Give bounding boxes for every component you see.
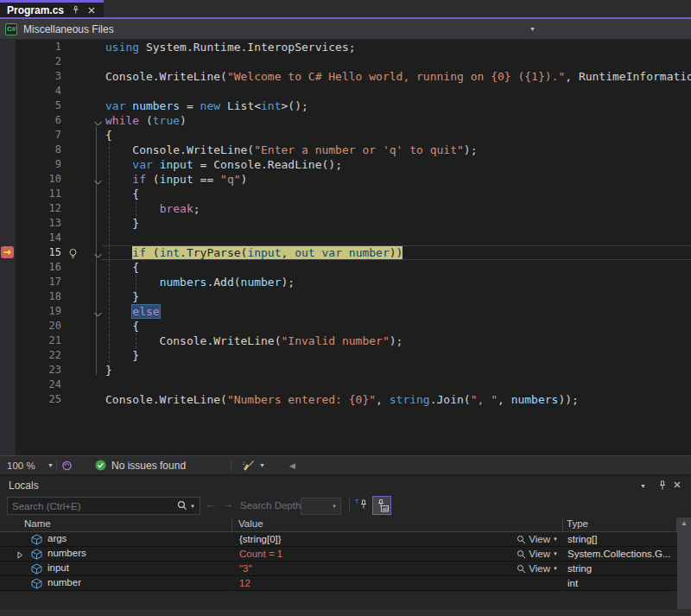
code-line[interactable]: 10 if (input == "q") [0,172,691,187]
code-line[interactable]: 13 } [0,216,691,231]
line-number: 12 [0,201,66,216]
csharp-file-icon: C# [5,23,17,35]
line-number: 23 [0,363,66,378]
line-number: 7 [0,128,66,143]
variable-name: args [48,533,67,543]
code-line[interactable]: 5var numbers = new List<int>(); [0,98,691,113]
variable-value: 12 [239,578,250,588]
search-depth-combo[interactable]: ▼ [301,498,341,515]
variable-value: {string[0]} [239,534,282,544]
code-line[interactable]: 7{ [0,128,691,143]
line-number: 11 [0,187,66,201]
search-icon [177,500,187,512]
code-line[interactable]: 3Console.WriteLine("Welcome to C# Hello … [0,69,691,84]
table-row[interactable]: numbersCount = 1View▼System.Collections.… [0,547,691,562]
code-line[interactable]: 18 } [0,289,691,304]
expander-icon[interactable] [16,550,23,561]
line-number: 5 [0,98,66,113]
locals-panel: Locals ▼ ▼ ← → Search Depth: ▼ T ab Name… [0,476,691,616]
code-suggestions-icon[interactable] [61,456,73,474]
code-line[interactable]: 19 else [0,304,691,319]
view-value-button[interactable]: View▼ [517,563,558,574]
code-editor[interactable]: 1using System.Runtime.InteropServices;23… [0,40,691,455]
pin-icon[interactable] [71,3,80,18]
pinnable-properties-toggle[interactable]: ab [372,496,391,515]
issues-indicator[interactable]: No issues found [95,456,186,474]
code-line[interactable]: 16 { [0,260,691,275]
code-line[interactable]: 12 break; [0,201,691,216]
zoom-dropdown-icon[interactable]: ▼ [48,456,54,474]
scroll-up-icon[interactable]: ▲ [677,518,691,530]
search-box[interactable]: ▼ [7,497,200,515]
column-header-value[interactable]: Value [238,518,263,529]
code-cleanup-dropdown-icon[interactable]: ▼ [259,456,265,474]
panel-title: Locals [9,479,39,492]
code-line[interactable]: 4 [0,84,691,98]
variable-name: number [48,577,81,587]
line-number: 14 [0,231,66,245]
search-dropdown-icon[interactable]: ▼ [190,504,195,509]
pin-to-source-icon[interactable]: T [355,498,369,513]
table-row[interactable]: number12int [0,576,691,591]
code-line[interactable]: 23} [0,363,691,378]
code-line[interactable]: 9 var input = Console.ReadLine(); [0,157,691,172]
table-row[interactable]: input"3"View▼string [0,562,691,576]
code-line[interactable]: 14 [0,231,691,245]
glyph-margin [66,304,105,319]
table-row[interactable]: args{string[0]}View▼string[] [0,532,691,547]
code-text: break; [105,201,200,216]
zoom-control[interactable]: 100 % [7,456,35,474]
code-line[interactable]: 24 [0,378,691,392]
view-value-button[interactable]: View▼ [517,549,558,559]
line-number: 3 [0,69,66,84]
scroll-left-icon[interactable]: ◀ [289,456,295,474]
glyph-margin [66,245,105,260]
project-scope-label: Miscellaneous Files [23,23,114,35]
code-line[interactable]: 22 } [0,348,691,363]
pin-icon[interactable] [657,480,668,492]
line-number: 20 [0,319,66,333]
line-number: 9 [0,157,66,172]
code-line[interactable]: 11 { [0,187,691,201]
search-input[interactable] [8,501,177,511]
search-depth-label: Search Depth: [240,500,304,511]
svg-text:T: T [355,499,359,505]
code-text: var numbers = new List<int>(); [105,98,308,113]
code-line[interactable]: 6while (true) [0,113,691,128]
code-line[interactable]: 17 numbers.Add(number); [0,275,691,289]
line-number: 17 [0,275,66,289]
variable-name: numbers [48,548,86,558]
tab-program-cs[interactable]: Program.cs [0,0,104,17]
code-text: if (input == "q") [105,172,247,187]
glyph-margin [66,348,105,363]
code-line[interactable]: 2 [0,54,691,69]
close-icon[interactable] [673,480,681,491]
code-text: { [105,187,139,201]
code-cleanup-icon[interactable] [242,456,255,474]
glyph-margin [66,201,105,216]
project-navigation-bar[interactable]: C# Miscellaneous Files ▼ [0,19,691,40]
window-menu-icon[interactable]: ▼ [640,483,646,489]
code-line[interactable]: 1using System.Runtime.InteropServices; [0,40,691,54]
glyph-margin [66,84,105,98]
close-icon[interactable] [87,3,96,18]
glyph-margin [66,231,105,245]
search-prev-icon[interactable]: ← [205,498,216,511]
glyph-margin [66,187,105,201]
vertical-scrollbar[interactable]: ▲ [677,518,691,609]
locals-title-bar[interactable]: Locals ▼ [0,476,691,495]
code-line[interactable]: 8 Console.WriteLine("Enter a number or '… [0,143,691,157]
code-line[interactable]: 20 { [0,319,691,333]
code-line[interactable]: 21 Console.WriteLine("Invalid number"); [0,333,691,348]
column-header-type[interactable]: Type [567,518,588,529]
column-header-name[interactable]: Name [24,518,51,529]
glyph-margin [66,157,105,172]
code-line[interactable]: 25Console.WriteLine("Numbers entered: {0… [0,392,691,407]
chevron-down-icon[interactable]: ▼ [529,26,536,32]
glyph-margin [66,319,105,333]
view-value-button[interactable]: View▼ [517,534,558,544]
local-variable-icon [31,549,42,562]
code-line[interactable]: 15 if (int.TryParse(input, out var numbe… [0,245,691,260]
search-next-icon[interactable]: → [222,498,233,511]
code-text: Console.WriteLine("Enter a number or 'q'… [105,143,477,157]
